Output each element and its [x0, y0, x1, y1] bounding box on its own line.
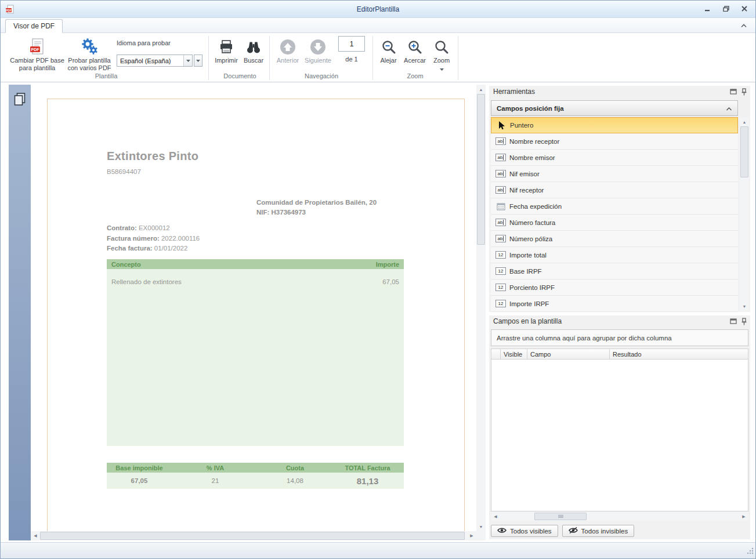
float-panel-icon[interactable]: [730, 89, 737, 95]
scroll-left-icon[interactable]: ◀: [31, 531, 40, 540]
thumbnail-strip[interactable]: [9, 85, 31, 540]
scroll-down-icon[interactable]: ▼: [740, 302, 749, 311]
pin-icon[interactable]: [741, 88, 747, 96]
vertical-scroll-thumb[interactable]: [740, 126, 748, 177]
tool-item-nif-emisor[interactable]: ab Nif emisor: [491, 166, 738, 182]
viewer-horizontal-scrollbar[interactable]: ◀ ▶: [31, 531, 476, 540]
scroll-right-icon[interactable]: ▶: [739, 512, 748, 521]
fixed-position-fields-section[interactable]: Campos posición fija: [491, 100, 738, 116]
scroll-right-icon[interactable]: ▶: [467, 531, 476, 540]
ribbon-collapse-chevron-icon[interactable]: [739, 22, 748, 29]
totals-value-cuota: 14,08: [259, 473, 331, 489]
float-panel-icon[interactable]: [730, 318, 737, 324]
zoom-out-label: Alejar: [380, 57, 396, 64]
pointer-icon: [495, 121, 507, 130]
ribbon-separator: [458, 36, 458, 80]
fields-panel-title: Campos en la plantilla: [493, 317, 562, 325]
totals-value-iva: 21: [172, 473, 259, 489]
grid-header-indicator[interactable]: [491, 349, 501, 359]
grid-header-resultado[interactable]: Resultado: [610, 349, 748, 359]
pdf-page[interactable]: Extintores Pinto B58694407 Comunidad de …: [47, 99, 465, 531]
tool-item-puntero[interactable]: Puntero: [491, 117, 738, 133]
page-number-field: [338, 36, 365, 52]
pdf-viewer: Extintores Pinto B58694407 Comunidad de …: [9, 85, 486, 540]
tool-item-base-irpf[interactable]: 12 Base IRPF: [491, 263, 738, 280]
horizontal-scroll-thumb[interactable]: [40, 532, 465, 540]
minimize-button[interactable]: [701, 4, 714, 13]
next-page-button[interactable]: Siguiente: [302, 37, 334, 73]
tool-item-label: Base IRPF: [509, 268, 542, 275]
magnifier-icon: [434, 37, 449, 57]
tool-item-label: Porciento IRPF: [509, 284, 555, 291]
text-field-icon: ab: [495, 235, 507, 242]
vertical-scroll-thumb[interactable]: [477, 94, 485, 245]
tool-item-label: Número factura: [509, 219, 555, 226]
horizontal-scroll-thumb[interactable]: [534, 513, 587, 520]
scroll-up-icon[interactable]: ▲: [740, 117, 749, 126]
tool-item-label: Fecha expedición: [509, 203, 562, 210]
tool-item-importe-irpf[interactable]: 12 Importe IRPF: [491, 296, 738, 312]
tab-visor-de-pdf[interactable]: Visor de PDF: [5, 19, 63, 33]
numeric-field-icon: 12: [495, 267, 507, 275]
page-number-input[interactable]: [339, 37, 364, 51]
tool-item-fecha-expedicion[interactable]: Fecha expedición: [491, 198, 738, 215]
tool-item-numero-poliza[interactable]: ab Número póliza: [491, 231, 738, 247]
all-invisible-button[interactable]: Todos invisibles: [562, 525, 635, 537]
magnifier-minus-icon: [381, 37, 396, 57]
text-field-icon: ab: [495, 170, 507, 177]
change-pdf-base-label: Cambiar PDF base para plantilla: [9, 57, 66, 71]
tool-item-nif-receptor[interactable]: ab Nif receptor: [491, 182, 738, 198]
tools-vertical-scrollbar[interactable]: ▲ ▼: [740, 117, 749, 311]
change-pdf-base-button[interactable]: PDF Cambiar PDF base para plantilla: [9, 36, 66, 77]
search-button[interactable]: Buscar: [240, 37, 267, 73]
close-button[interactable]: [738, 4, 751, 13]
scroll-up-icon[interactable]: ▲: [476, 85, 486, 94]
all-invisible-label: Todos invisibles: [581, 528, 628, 535]
zoom-out-button[interactable]: Alejar: [375, 37, 401, 73]
zoom-dropdown-button[interactable]: Zoom: [428, 37, 455, 73]
section-title: Campos posición fija: [497, 105, 564, 112]
page-canvas[interactable]: Extintores Pinto B58694407 Comunidad de …: [31, 85, 476, 531]
svg-text:PDF: PDF: [31, 48, 40, 52]
grid-horizontal-scrollbar[interactable]: ◀ ▶: [491, 512, 748, 521]
pin-icon[interactable]: [741, 318, 747, 325]
resize-grip[interactable]: [746, 546, 754, 557]
invoice-recipient-tax-id: NIF: H37364973: [256, 208, 377, 217]
tool-item-numero-factura[interactable]: ab Número factura: [491, 215, 738, 231]
invoice-number-value: 2022.000116: [161, 235, 200, 242]
scroll-down-icon[interactable]: ▼: [476, 522, 486, 531]
tool-item-importe-total[interactable]: 12 Importe total: [491, 247, 738, 263]
tool-item-nombre-receptor[interactable]: ab Nombre receptor: [491, 133, 738, 150]
viewer-vertical-scrollbar[interactable]: ▲ ▼: [476, 85, 486, 531]
fields-panel-header: Campos en la plantilla: [489, 315, 750, 327]
zoom-in-button[interactable]: Acercar: [401, 37, 428, 73]
totals-header-cuota: Cuota: [259, 464, 331, 471]
invoice-totals-table: Base imponible % IVA Cuota TOTAL Factura…: [107, 463, 404, 489]
all-visible-button[interactable]: Todos visibles: [491, 525, 558, 537]
arrow-down-circle-icon: [310, 37, 326, 57]
group-label-plantilla: Plantilla: [9, 72, 204, 79]
print-button[interactable]: Imprimir: [213, 37, 240, 73]
ribbon: PDF Cambiar PDF base para plantilla: [1, 33, 755, 82]
numeric-field-icon: 12: [495, 251, 507, 259]
grid-body-empty[interactable]: [491, 360, 748, 511]
tool-item-porciento-irpf[interactable]: 12 Porciento IRPF: [491, 280, 738, 296]
language-dropdown-button[interactable]: [194, 55, 202, 67]
item-amount: 67,05: [382, 278, 399, 285]
group-by-drop-zone[interactable]: Arrastre una columna aquí para agrupar p…: [491, 329, 748, 346]
previous-page-button[interactable]: Anterior: [273, 37, 302, 73]
chevron-down-icon: [440, 65, 444, 72]
pages-icon: [13, 92, 26, 108]
tool-item-nombre-emisor[interactable]: ab Nombre emisor: [491, 150, 738, 166]
language-combobox[interactable]: Español (España): [117, 55, 193, 67]
items-table-row: Rellenado de extintores 67,05: [107, 278, 404, 285]
scroll-left-icon[interactable]: ◀: [491, 512, 500, 521]
group-label-navegacion: Navegación: [273, 72, 370, 79]
invoice-company-name: Extintores Pinto: [107, 150, 198, 163]
grid-header-visible[interactable]: Visible: [501, 349, 527, 359]
text-field-icon: ab: [495, 154, 507, 161]
test-template-label: Probar plantilla con varios PDF: [66, 57, 113, 71]
grid-header-campo[interactable]: Campo: [527, 349, 610, 359]
test-template-button[interactable]: Probar plantilla con varios PDF: [66, 36, 113, 77]
restore-button[interactable]: [719, 4, 732, 13]
